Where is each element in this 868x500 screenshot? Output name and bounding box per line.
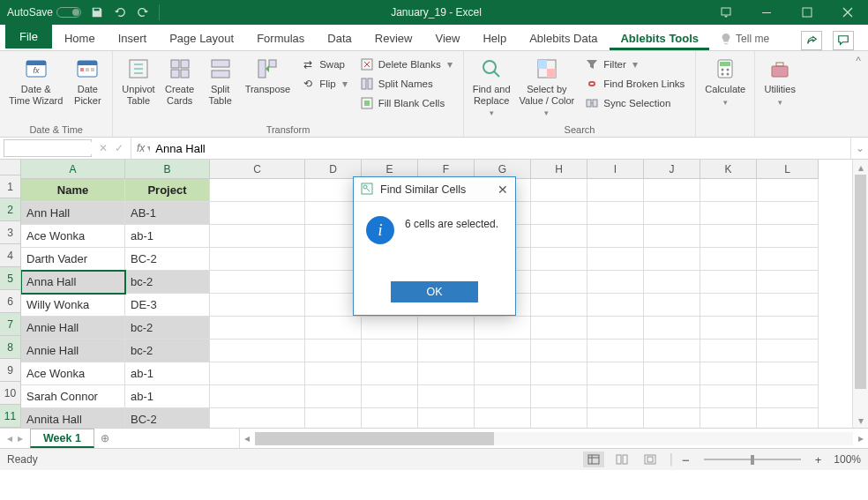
cell[interactable] bbox=[644, 225, 700, 248]
cell[interactable] bbox=[587, 385, 644, 408]
tab-home[interactable]: Home bbox=[54, 26, 106, 50]
column-header[interactable]: B bbox=[125, 160, 210, 179]
cell[interactable] bbox=[700, 385, 757, 408]
vscroll-thumb[interactable] bbox=[855, 175, 866, 389]
zoom-level[interactable]: 100% bbox=[834, 453, 861, 466]
cell[interactable] bbox=[587, 294, 644, 317]
cell[interactable] bbox=[757, 385, 819, 408]
cell[interactable] bbox=[305, 408, 362, 428]
tab-page-layout[interactable]: Page Layout bbox=[159, 26, 244, 50]
row-header[interactable]: 2 bbox=[0, 198, 21, 221]
date-picker-button[interactable]: Date Picker bbox=[70, 55, 105, 108]
autosave[interactable]: AutoSave bbox=[7, 6, 81, 19]
cell[interactable] bbox=[644, 340, 700, 362]
save-icon[interactable] bbox=[90, 5, 104, 19]
fill-blank-cells-button[interactable]: Fill Blank Cells bbox=[356, 95, 456, 111]
cell[interactable]: Annie Hall bbox=[21, 317, 125, 340]
cell[interactable] bbox=[210, 225, 305, 248]
cell[interactable]: Annita Hall bbox=[21, 408, 125, 428]
cell[interactable] bbox=[305, 385, 362, 408]
cell[interactable]: Ace Wonka bbox=[21, 225, 125, 248]
zoom-out-button[interactable]: − bbox=[682, 452, 690, 467]
dialog-ok-button[interactable]: OK bbox=[391, 281, 477, 302]
unpivot-table-button[interactable]: Unpivot Table bbox=[120, 55, 156, 108]
close-icon[interactable] bbox=[827, 0, 868, 25]
cell[interactable] bbox=[644, 294, 700, 317]
cell[interactable] bbox=[644, 179, 700, 202]
select-all-corner[interactable] bbox=[0, 160, 21, 175]
cell[interactable] bbox=[531, 248, 587, 271]
cell[interactable] bbox=[757, 408, 819, 428]
view-page-layout-icon[interactable] bbox=[611, 451, 632, 467]
scroll-left-icon[interactable]: ◂ bbox=[240, 432, 255, 444]
cell[interactable]: ab-1 bbox=[125, 225, 210, 248]
add-sheet-button[interactable]: ⊕ bbox=[94, 429, 116, 448]
find-replace-button[interactable]: Find and Replace▾ bbox=[471, 55, 513, 119]
view-normal-icon[interactable] bbox=[583, 451, 604, 467]
cell[interactable] bbox=[362, 362, 418, 385]
delete-blanks-button[interactable]: Delete Blanks▾ bbox=[356, 56, 456, 72]
ribbon-collapse-icon[interactable]: ^ bbox=[849, 51, 868, 137]
cell[interactable] bbox=[210, 385, 305, 408]
cell[interactable] bbox=[587, 202, 644, 225]
cell[interactable] bbox=[418, 408, 475, 428]
cell[interactable] bbox=[531, 202, 587, 225]
tab-ablebits-data[interactable]: Ablebits Data bbox=[519, 26, 608, 50]
cell[interactable] bbox=[210, 317, 305, 340]
cancel-formula-icon[interactable]: ✕ bbox=[99, 142, 108, 154]
cell[interactable]: bc-2 bbox=[125, 340, 210, 362]
cell[interactable] bbox=[644, 408, 700, 428]
cell[interactable] bbox=[305, 362, 362, 385]
scroll-up-icon[interactable]: ▴ bbox=[853, 160, 868, 175]
cell[interactable]: Willy Wonka bbox=[21, 294, 125, 317]
cell[interactable]: Ace Wonka bbox=[21, 362, 125, 385]
column-header[interactable]: I bbox=[587, 160, 644, 179]
cell[interactable]: BC-2 bbox=[125, 248, 210, 271]
redo-icon[interactable] bbox=[136, 5, 150, 19]
calculate-button[interactable]: Calculate▾ bbox=[703, 55, 747, 108]
cell[interactable] bbox=[531, 385, 587, 408]
cell[interactable]: Anna Hall bbox=[21, 271, 125, 294]
cell[interactable] bbox=[757, 294, 819, 317]
cell[interactable] bbox=[305, 317, 362, 340]
cell[interactable] bbox=[531, 294, 587, 317]
cell[interactable] bbox=[757, 340, 819, 362]
cell[interactable]: ab-1 bbox=[125, 385, 210, 408]
dialog-close-icon[interactable]: ✕ bbox=[498, 183, 508, 197]
share-icon[interactable] bbox=[801, 31, 822, 50]
tab-review[interactable]: Review bbox=[364, 26, 423, 50]
minimize-icon[interactable] bbox=[746, 0, 787, 25]
comments-icon[interactable] bbox=[833, 31, 854, 50]
cell[interactable]: Ann Hall bbox=[21, 202, 125, 225]
sheet-nav-prev-icon[interactable]: ◂ bbox=[7, 432, 12, 444]
cell[interactable] bbox=[644, 202, 700, 225]
cell[interactable] bbox=[644, 385, 700, 408]
cell[interactable] bbox=[700, 408, 757, 428]
cell[interactable] bbox=[531, 271, 587, 294]
cell[interactable] bbox=[475, 317, 531, 340]
find-broken-links-button[interactable]: Find Broken Links bbox=[581, 76, 688, 92]
scroll-down-icon[interactable]: ▾ bbox=[853, 413, 868, 428]
column-header[interactable]: L bbox=[757, 160, 819, 179]
tab-formulas[interactable]: Formulas bbox=[246, 26, 315, 50]
cell[interactable] bbox=[700, 271, 757, 294]
cell[interactable]: Sarah Connor bbox=[21, 385, 125, 408]
cell[interactable] bbox=[757, 179, 819, 202]
date-time-wizard-button[interactable]: fx Date & Time Wizard bbox=[7, 55, 64, 108]
hscroll-thumb[interactable] bbox=[255, 432, 494, 445]
cell[interactable] bbox=[475, 385, 531, 408]
cell[interactable] bbox=[362, 317, 418, 340]
cell[interactable] bbox=[700, 340, 757, 362]
table-header-cell[interactable]: Name bbox=[21, 179, 125, 202]
flip-button[interactable]: ⟲Flip▾ bbox=[297, 76, 351, 92]
column-header[interactable]: J bbox=[644, 160, 700, 179]
create-cards-button[interactable]: Create Cards bbox=[162, 55, 198, 108]
row-header[interactable]: 10 bbox=[0, 382, 21, 405]
formula-input[interactable] bbox=[150, 138, 850, 159]
cell[interactable] bbox=[362, 408, 418, 428]
cell[interactable] bbox=[644, 248, 700, 271]
cell[interactable] bbox=[418, 340, 475, 362]
cell[interactable] bbox=[210, 202, 305, 225]
row-header[interactable]: 4 bbox=[0, 244, 21, 267]
fx-label[interactable]: fx bbox=[131, 138, 150, 159]
